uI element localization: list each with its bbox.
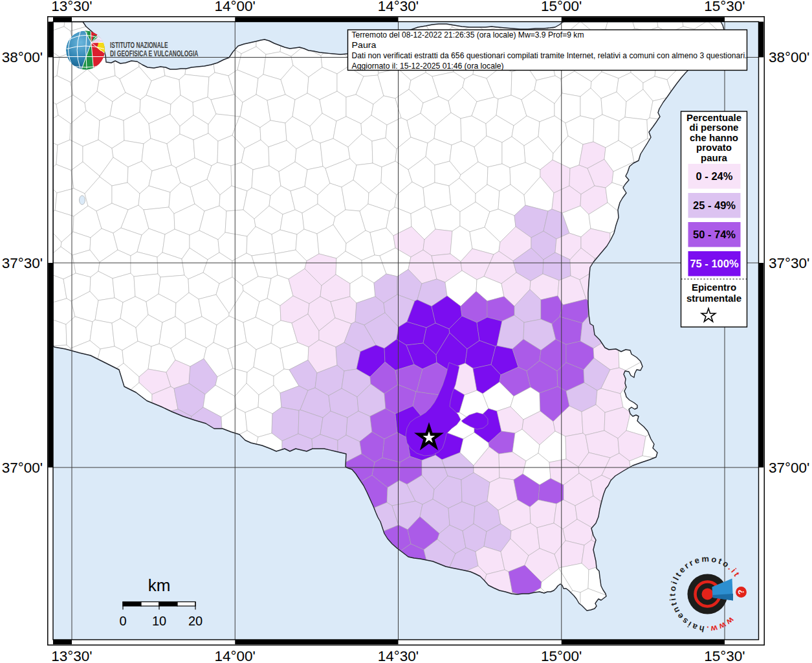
svg-text:strumentale: strumentale [686,293,741,304]
svg-text:14°00': 14°00' [215,648,256,663]
svg-text:che hanno: che hanno [690,132,738,143]
svg-text:Dati non verificati estratti d: Dati non verificati estratti da 656 ques… [352,51,747,60]
svg-text:37°00': 37°00' [2,460,43,476]
svg-text:75 - 100%: 75 - 100% [690,258,739,269]
svg-text:DI GEOFISICA E VULCANOLOGIA: DI GEOFISICA E VULCANOLOGIA [110,49,199,58]
svg-text:km: km [148,576,171,595]
svg-text:Paura: Paura [352,40,377,50]
svg-text:37°30': 37°30' [2,255,43,271]
svg-text:37°00': 37°00' [769,460,809,476]
svg-text:20: 20 [188,614,203,628]
svg-text:14°30': 14°30' [378,0,419,14]
svg-text:Terremoto del 08-12-2022 21:26: Terremoto del 08-12-2022 21:26:35 (ora l… [352,30,584,39]
svg-text:25 - 49%: 25 - 49% [693,199,736,211]
svg-text:15°30': 15°30' [704,0,745,14]
svg-text:50 - 74%: 50 - 74% [693,229,736,240]
svg-text:?: ? [736,589,746,595]
svg-text:di persone: di persone [690,122,739,133]
svg-text:14°00': 14°00' [215,0,256,14]
svg-text:paura: paura [701,152,728,163]
svg-text:15°00': 15°00' [541,648,582,663]
svg-text:provato: provato [696,142,732,153]
svg-text:15°00': 15°00' [541,0,582,14]
svg-text:Epicentro: Epicentro [692,282,736,293]
svg-text:15°30': 15°30' [704,648,745,663]
svg-text:13°30': 13°30' [51,648,92,663]
svg-text:Aggiornato il: 15-12-2025 01:4: Aggiornato il: 15-12-2025 01:46 (ora loc… [352,61,504,71]
svg-text:37°30': 37°30' [769,255,809,271]
svg-text:14°30': 14°30' [378,648,419,663]
svg-text:0: 0 [119,614,126,628]
svg-text:38°00': 38°00' [769,49,809,65]
svg-text:10: 10 [152,614,166,628]
svg-text:0 - 24%: 0 - 24% [696,170,733,182]
svg-text:38°00': 38°00' [2,49,43,65]
svg-text:13°30': 13°30' [51,0,92,14]
svg-text:Percentuale: Percentuale [686,112,741,123]
